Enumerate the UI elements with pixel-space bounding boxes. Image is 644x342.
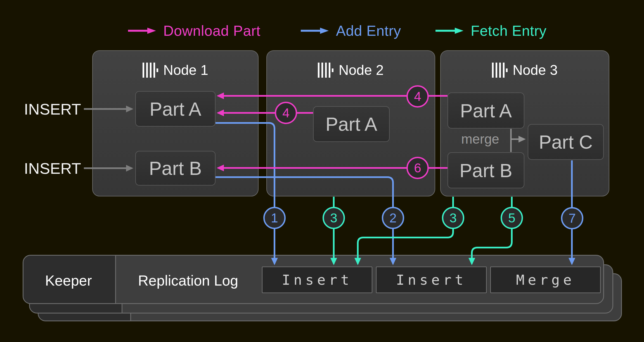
- node-1-title-row: Node 1: [93, 62, 258, 78]
- node-3-title: Node 3: [513, 62, 558, 78]
- log-entry-insert-2: Insert: [376, 267, 487, 293]
- merge-label: merge: [452, 132, 508, 146]
- log-entry-insert-1: Insert: [262, 267, 372, 293]
- clickhouse-logo-icon: [143, 63, 158, 78]
- legend-item-fetch-entry: Fetch Entry: [435, 23, 546, 39]
- keeper-label: Keeper: [23, 272, 114, 289]
- clickhouse-logo-icon: [492, 63, 508, 78]
- legend-item-download-part: Download Part: [128, 23, 261, 39]
- node-3-part-a: Part A: [448, 92, 524, 129]
- replication-log-title: Replication Log: [115, 272, 261, 289]
- node-3-part-c: Part C: [528, 124, 604, 160]
- insert-label-2: INSERT: [14, 160, 81, 177]
- legend-label-fetch-entry: Fetch Entry: [471, 22, 546, 39]
- step-badge-1: 1: [263, 207, 286, 229]
- step-badge-5: 5: [501, 207, 523, 229]
- node-2-part-a: Part A: [313, 106, 390, 142]
- fetch-entry-line-3b: [358, 197, 453, 264]
- clickhouse-logo-icon: [318, 63, 333, 78]
- node-2-title-row: Node 2: [267, 62, 435, 78]
- step-badge-3b: 3: [442, 207, 464, 229]
- step-badge-2: 2: [382, 207, 404, 229]
- node-2-title: Node 2: [338, 62, 383, 78]
- step-badge-3a: 3: [323, 207, 345, 229]
- node-1-part-b: Part B: [135, 151, 216, 186]
- fetch-entry-arrow-icon: [435, 26, 465, 35]
- node-1-part-a: Part A: [135, 91, 216, 127]
- step-badge-6: 6: [406, 157, 429, 179]
- node-3-title-row: Node 3: [441, 62, 609, 78]
- replication-diagram: Download Part Add Entry Fetch Entry INSE…: [0, 0, 644, 342]
- insert-label-1: INSERT: [14, 101, 81, 117]
- legend-label-download-part: Download Part: [163, 22, 261, 39]
- step-badge-4-top: 4: [406, 85, 429, 108]
- node-1-title: Node 1: [163, 62, 208, 78]
- fetch-entry-line-5: [472, 197, 512, 264]
- legend-label-add-entry: Add Entry: [336, 22, 401, 39]
- legend-item-add-entry: Add Entry: [301, 23, 401, 39]
- download-part-arrow-icon: [128, 26, 157, 35]
- step-badge-4-mid: 4: [275, 102, 297, 124]
- add-entry-arrow-icon: [301, 26, 330, 35]
- node-3-part-b: Part B: [448, 152, 524, 188]
- step-badge-7: 7: [561, 207, 583, 229]
- log-entry-merge: Merge: [490, 267, 601, 293]
